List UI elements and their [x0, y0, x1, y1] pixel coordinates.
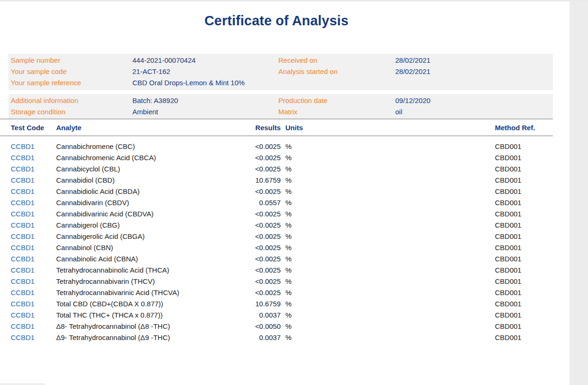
info-row: Your sample reference CBD Oral Drops-Lem… [8, 77, 553, 89]
result-cell: <0.0025 [206, 208, 281, 220]
result-cell: 0.0037 [206, 310, 281, 321]
results-table-header: Test Code Analyte Results Units Method R… [0, 122, 553, 133]
sample-info-panel: Sample number 444-2021-00070424 Received… [8, 54, 553, 90]
method-ref-cell: CBD001 [495, 265, 522, 276]
info-value: CBD Oral Drops-Lemon & Mint 10% [132, 77, 278, 89]
method-ref-cell: CBD001 [495, 242, 522, 253]
test-code-cell: CCBD1 [11, 186, 35, 197]
units-cell: % [285, 141, 291, 152]
analyte-cell: Tetrahydrocannabivarinic Acid (THCVA) [56, 287, 179, 298]
result-cell: <0.0025 [206, 253, 281, 265]
units-cell: % [285, 231, 291, 242]
info-value: Ambient [132, 106, 278, 118]
test-code-cell: CCBD1 [11, 141, 35, 152]
method-ref-cell: CBD001 [495, 287, 522, 298]
units-cell: % [285, 332, 291, 343]
results-table-body: CCBD1 Cannabichromene (CBC) <0.0025 % CB… [0, 141, 553, 343]
method-ref-cell: CBD001 [495, 141, 522, 152]
units-cell: % [285, 175, 291, 186]
info-value: 444-2021-00070424 [132, 55, 278, 66]
table-row: CCBD1 Tetrahydrocannabinolic Acid (THCA)… [0, 265, 553, 276]
units-cell: % [285, 220, 291, 231]
table-row: CCBD1 Cannabidivarinic Acid (CBDVA) <0.0… [0, 208, 553, 220]
analyte-cell: Δ8- Tetrahydrocannabinol (Δ8 -THC) [56, 321, 170, 332]
result-cell: <0.0025 [206, 152, 281, 163]
additional-info-panel: Additional information Batch: A38920 Pro… [8, 94, 553, 118]
analyte-cell: Total THC (THC+ (THCA x 0.877)) [56, 310, 163, 321]
table-row: CCBD1 Cannabidiol (CBD) 10.6759 % CBD001 [0, 175, 553, 186]
table-top-rule [0, 118, 553, 119]
info-value: Batch: A38920 [132, 95, 278, 106]
units-cell: % [285, 287, 291, 298]
info-label: Storage condition [11, 106, 132, 118]
test-code-cell: CCBD1 [11, 310, 35, 321]
method-ref-cell: CBD001 [495, 321, 522, 332]
table-row: CCBD1 Cannabigerolic Acid (CBGA) <0.0025… [0, 231, 553, 242]
method-ref-cell: CBD001 [495, 231, 522, 242]
analyte-cell: Cannabichromene (CBC) [56, 141, 135, 152]
units-cell: % [285, 242, 291, 253]
result-cell: <0.0025 [206, 276, 281, 287]
analyte-cell: Tetrahydrocannabinolic Acid (THCA) [56, 265, 169, 276]
units-cell: % [285, 208, 291, 220]
result-cell: <0.0025 [206, 141, 281, 152]
test-code-cell: CCBD1 [11, 175, 35, 186]
analyte-cell: Cannabinol (CBN) [56, 242, 113, 253]
info-label: Sample number [11, 55, 132, 66]
table-row: CCBD1 Cannabidivarin (CBDV) 0.0557 % CBD… [0, 197, 553, 208]
method-ref-cell: CBD001 [495, 220, 522, 231]
result-cell: <0.0025 [206, 186, 281, 197]
analyte-cell: Δ9- Tetrahydrocannabinol (Δ9 -THC) [56, 332, 170, 343]
analyte-cell: Tetrahydrocannabivarin (THCV) [56, 276, 155, 287]
table-row: CCBD1 Total CBD (CBD+(CBDA X 0.877)) 10.… [0, 298, 553, 310]
table-row: CCBD1 Cannabinol (CBN) <0.0025 % CBD001 [0, 242, 553, 253]
test-code-cell: CCBD1 [11, 253, 35, 265]
method-ref-cell: CBD001 [495, 253, 522, 265]
result-cell: 0.0037 [206, 332, 281, 343]
units-cell: % [285, 197, 291, 208]
test-code-cell: CCBD1 [11, 208, 35, 220]
method-ref-cell: CBD001 [495, 208, 522, 220]
info-value-right: oil [395, 106, 553, 118]
result-cell: 10.6759 [206, 298, 281, 310]
table-row: CCBD1 Cannabigerol (CBG) <0.0025 % CBD00… [0, 220, 553, 231]
result-cell: <0.0025 [206, 242, 281, 253]
result-cell: <0.0025 [206, 231, 281, 242]
units-cell: % [285, 321, 291, 332]
test-code-cell: CCBD1 [11, 152, 35, 163]
table-row: CCBD1 Total THC (THC+ (THCA x 0.877)) 0.… [0, 310, 553, 321]
table-row: CCBD1 Cannabichromene (CBC) <0.0025 % CB… [0, 141, 553, 152]
method-ref-cell: CBD001 [495, 276, 522, 287]
table-row: CCBD1 Cannabichromenic Acid (CBCA) <0.00… [0, 152, 553, 163]
header-test-code: Test Code [11, 122, 44, 133]
method-ref-cell: CBD001 [495, 197, 522, 208]
analyte-cell: Cannabigerolic Acid (CBGA) [56, 231, 145, 242]
analyte-cell: Cannabidiolic Acid (CBDA) [56, 186, 139, 197]
info-row: Sample number 444-2021-00070424 Received… [8, 55, 553, 66]
page-title: Certificate of Analysis [0, 13, 553, 29]
method-ref-cell: CBD001 [495, 152, 522, 163]
test-code-cell: CCBD1 [11, 231, 35, 242]
units-cell: % [285, 276, 291, 287]
units-cell: % [285, 152, 291, 163]
info-label-right: Production date [278, 95, 395, 106]
info-label-right: Matrix [278, 106, 395, 118]
table-header-rule [0, 135, 553, 136]
result-cell: <0.0050 [206, 321, 281, 332]
info-value-right [395, 77, 553, 89]
units-cell: % [285, 298, 291, 310]
analyte-cell: Cannabichromenic Acid (CBCA) [56, 152, 156, 163]
analyte-cell: Cannabicyclol (CBL) [56, 163, 120, 175]
analyte-cell: Cannabidivarinic Acid (CBDVA) [56, 208, 153, 220]
test-code-cell: CCBD1 [11, 220, 35, 231]
test-code-cell: CCBD1 [11, 287, 35, 298]
table-row: CCBD1 Tetrahydrocannabivarin (THCV) <0.0… [0, 276, 553, 287]
info-value-right: 09/12/2020 [395, 95, 553, 106]
viewer-bottom-chip [0, 383, 45, 385]
test-code-cell: CCBD1 [11, 332, 35, 343]
analyte-cell: Total CBD (CBD+(CBDA X 0.877)) [56, 298, 163, 310]
info-label: Your sample code [11, 66, 132, 77]
test-code-cell: CCBD1 [11, 276, 35, 287]
result-cell: 0.0557 [206, 197, 281, 208]
header-results: Results [206, 122, 281, 133]
